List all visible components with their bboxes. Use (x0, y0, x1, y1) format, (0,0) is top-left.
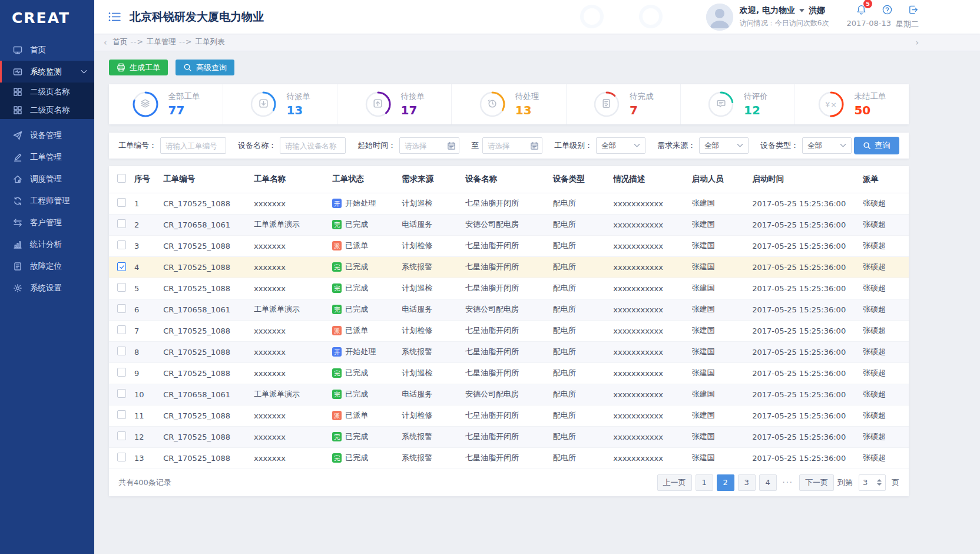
stat-card-2[interactable]: 待派单13 (223, 84, 337, 124)
stat-card-1[interactable]: 全部工单77 (109, 84, 223, 124)
sidebar-item-4[interactable]: 二级页名称 (0, 101, 94, 119)
search-button[interactable]: 查询 (854, 137, 899, 154)
chevron-right-icon[interactable]: › (915, 38, 919, 47)
sidebar-item-7[interactable]: 调度管理 (0, 168, 94, 190)
stat-card-7[interactable]: ¥×未结工单50 (794, 84, 909, 124)
status-text: 已完成 (345, 453, 368, 463)
row-checkbox[interactable] (117, 431, 126, 440)
sidebar-item-5[interactable]: 设备管理 (0, 124, 94, 146)
sidebar-item-2[interactable]: 系统监测 (0, 61, 94, 83)
breadcrumb-item[interactable]: 首页 (113, 37, 128, 46)
generate-order-button[interactable]: 生成工单 (109, 60, 168, 75)
stat-card-3[interactable]: 待接单17 (337, 84, 451, 124)
chevron-left-icon[interactable]: ‹ (104, 38, 107, 47)
sidebar-item-12[interactable]: 系统设置 (0, 277, 94, 299)
sidebar-item-label: 调度管理 (30, 174, 62, 184)
row-checkbox[interactable] (117, 304, 126, 313)
sidebar-item-3[interactable]: 二级页名称 (0, 83, 94, 101)
cell-start-time: 2017-05-25 15:25:36:00 (750, 384, 860, 405)
sidebar-item-11[interactable]: 故障定位 (0, 255, 94, 277)
visit-info: 访问情况：今日访问次数6次 (740, 18, 829, 28)
sidebar-item-1[interactable]: 首页 (0, 39, 94, 61)
sidebar-item-6[interactable]: 工单管理 (0, 146, 94, 168)
pagination-ellipsis[interactable]: ··· (780, 478, 796, 487)
pagination-next[interactable]: 下一页 (799, 474, 834, 491)
row-checkbox[interactable] (117, 389, 126, 398)
orders-table-card: 序号工单编号工单名称工单状态需求来源设备名称设备类型情况描述启动人员启动时间派单… (109, 166, 909, 496)
cell-source: 计划检修 (399, 405, 463, 426)
sidebar-item-label: 二级页名称 (30, 87, 70, 97)
row-checkbox[interactable] (117, 347, 126, 355)
column-header: 启动人员 (690, 166, 750, 193)
doc-check-icon (601, 98, 612, 111)
cell-source: 系统报警 (399, 447, 463, 469)
help-icon[interactable] (882, 4, 893, 15)
pagination-page-3[interactable]: 3 (738, 474, 756, 491)
logout-icon[interactable] (908, 4, 919, 15)
content: 生成工单 高级查询 全部工单77待派单13待接单17待处理13待完成7待评价12… (94, 51, 980, 496)
demand-source-select[interactable]: 全部 (699, 137, 749, 154)
grid-icon (13, 87, 22, 97)
bell-icon[interactable]: 5 (856, 4, 867, 15)
to-label: 至 (471, 140, 479, 151)
cell-status: 完已完成 (330, 214, 399, 235)
user-menu[interactable]: 欢迎, 电力物业 洪娜 (740, 5, 829, 16)
order-level-select[interactable]: 全部 (596, 137, 645, 154)
sync-icon (13, 196, 22, 206)
breadcrumb-item[interactable]: 工单管理 (147, 37, 176, 46)
device-type-select[interactable]: 全部 (802, 137, 852, 154)
stat-card-4[interactable]: 待处理13 (451, 84, 565, 124)
status-badge: 派 (332, 411, 342, 420)
breadcrumb-item[interactable]: 工单列表 (196, 37, 225, 46)
sidebar-item-8[interactable]: 工程师管理 (0, 190, 94, 212)
sidebar-item-9[interactable]: 客户管理 (0, 212, 94, 233)
row-checkbox[interactable] (117, 240, 126, 249)
chevron-down-icon (634, 143, 640, 148)
goto-stepper-icon[interactable] (877, 479, 882, 486)
stat-ring: ¥× (817, 91, 845, 118)
order-no-input[interactable] (160, 137, 226, 154)
device-type-filter-label: 设备类型： (760, 140, 799, 151)
cell-device-type: 配电所 (551, 405, 611, 426)
cell-start-time: 2017-05-25 15:25:36:00 (750, 278, 860, 299)
cell-device-name: 七星油脂开闭所 (463, 405, 551, 426)
row-checkbox[interactable] (117, 368, 126, 377)
row-checkbox[interactable] (117, 198, 126, 207)
device-name-input[interactable] (280, 137, 346, 154)
stat-card-6[interactable]: 待评价12 (680, 84, 794, 124)
search-icon (183, 63, 192, 72)
page-title: 北京科锐研发大厦电力物业 (130, 9, 264, 25)
row-checkbox[interactable] (117, 325, 126, 334)
menu-toggle-icon[interactable] (108, 12, 121, 22)
table-header-row: 序号工单编号工单名称工单状态需求来源设备名称设备类型情况描述启动人员启动时间派单 (109, 166, 909, 193)
pagination-page-2[interactable]: 2 (717, 474, 734, 491)
stat-label: 待接单 (401, 91, 425, 102)
breadcrumb: ‹ 首页 --> 工单管理 --> 工单列表 › (94, 34, 980, 51)
cell-description: xxxxxxxxxxx (611, 320, 689, 341)
row-checkbox[interactable] (117, 262, 126, 271)
cell-description: xxxxxxxxxxx (611, 447, 689, 469)
advanced-search-button[interactable]: 高级查询 (176, 60, 234, 75)
row-checkbox[interactable] (117, 453, 126, 461)
pagination-page-4[interactable]: 4 (759, 474, 777, 491)
goto-page-input[interactable]: 3 (859, 474, 886, 491)
row-checkbox[interactable] (117, 219, 126, 228)
cell-description: xxxxxxxxxxx (611, 299, 689, 320)
pagination-page-1[interactable]: 1 (696, 474, 713, 491)
cell-status: 完已完成 (330, 426, 399, 447)
avatar[interactable] (706, 4, 733, 31)
row-checkbox[interactable] (117, 410, 126, 419)
end-date-picker[interactable] (482, 137, 542, 154)
row-checkbox[interactable] (117, 283, 126, 292)
cell-description: xxxxxxxxxxx (611, 256, 689, 278)
stat-card-5[interactable]: 待完成7 (566, 84, 680, 124)
cell-source: 电话服务 (399, 214, 463, 235)
cell-description: xxxxxxxxxxx (611, 384, 689, 405)
pagination-prev[interactable]: 上一页 (657, 474, 692, 491)
select-all-checkbox[interactable] (117, 174, 126, 183)
welcome-text: 欢迎, 电力物业 (740, 5, 795, 16)
start-date-picker[interactable] (399, 137, 459, 154)
cell-status: 完已完成 (330, 256, 399, 278)
sidebar-item-10[interactable]: 统计分析 (0, 233, 94, 255)
table-footer: 共有400条记录 上一页1234···下一页到第3页 (109, 469, 909, 496)
